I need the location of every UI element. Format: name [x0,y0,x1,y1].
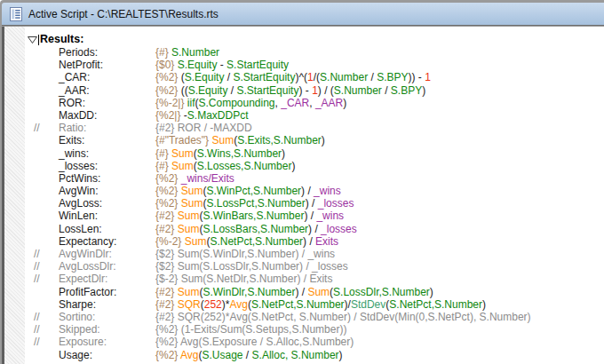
token-expr: S.Equity [188,84,228,97]
code-line-ror[interactable]: ROR:{%-2|} iif(S.Compounding, _CAR, _AAR… [25,97,604,109]
token-expr: S.MaxDDPct [187,109,249,122]
code-label: Sortino: [59,311,155,323]
token-op: ) / [301,185,314,197]
code-label: AvgLoss: [59,197,155,210]
code-expression: {#2} SQR(252)*Avg(S.NetPct, S.Number) / … [155,311,604,323]
comment-marker: // [25,260,59,273]
token-fn: Sum [171,147,194,160]
code-line-car[interactable]: _CAR:{%2} (S.Equity / S.StartEquity)^(1/… [25,71,604,83]
token-expr: S.StartEquity [233,71,295,83]
code-line-usage[interactable]: Usage:{%2} Avg(S.Usage / S.Alloc, S.Numb… [25,349,604,361]
comment-marker [25,298,59,311]
script-code-area[interactable]: Results: Periods:{#} S.NumberNetProfit:{… [25,27,604,364]
token-fn: Sum [185,235,207,248]
code-line-netprofit[interactable]: NetProfit:{$0} S.Equity - S.StartEquity [25,59,604,71]
code-label: AvgWin: [59,185,155,197]
editor-content[interactable]: Results: Periods:{#} S.NumberNetProfit:{… [2,27,604,364]
token-fmt: {%2} [155,197,181,210]
token-fmt: {%2|} [155,109,184,122]
token-fmt: {$0} [155,59,178,71]
comment-marker [25,147,59,160]
code-line-pctwins[interactable]: PctWins:{%2} _wins/Exits [25,172,604,185]
token-expr: S.Number [334,84,382,97]
code-line-maxdd[interactable]: MaxDD:{%2|} -S.MaxDDPct [25,109,604,122]
token-op: /( [314,71,320,83]
comment-marker [25,59,59,71]
token-expr: S.LossDlr,S.Number [333,286,430,298]
code-line-losslen[interactable]: LossLen:{#2} Sum(S.LossBars,S.Number) / … [25,223,604,235]
code-line-avgwin[interactable]: AvgWin:{%2} Sum(S.WinPct,S.Number) / _wi… [25,185,604,197]
token-fn: Sum [307,286,330,298]
token-expr: S.Equity [178,59,218,71]
token-op: ) [430,286,433,298]
token-comment: {#2} ROR / -MAXDD [155,122,252,134]
code-label: Expectancy: [59,235,155,248]
token-expr: S.Number [291,349,339,361]
token-op: ) [422,84,425,97]
comment-marker: // [25,122,59,134]
code-line-periods[interactable]: Periods:{#} S.Number [25,46,604,59]
titlebar[interactable]: Active Script - C:\REALTEST\Results.rts [2,3,604,26]
active-script-window: Active Script - C:\REALTEST\Results.rts … [0,0,604,364]
token-fmt: {#} [155,160,171,172]
code-expression: {#2} ROR / -MAXDD [155,122,604,134]
code-line-expectancy[interactable]: Expectancy:{%-2} Sum(S.NetPct,S.Number) … [25,235,604,248]
code-label: ProfitFactor: [59,286,155,298]
token-expr: S.Exits,S.Number [237,134,322,146]
token-op: ) [482,298,486,311]
code-line-expectdlr[interactable]: //ExpectDlr:{$-2} Sum(S.NetDlr,S.Number)… [25,273,604,285]
token-op: ) [322,134,325,146]
token-op: / [227,84,236,97]
editor-gutter [4,27,25,364]
token-op: / [368,71,377,83]
token-op: ) [339,349,343,361]
code-line-sharpe[interactable]: Sharpe:{#2} SQR(252)*Avg(S.NetPct,S.Numb… [25,298,604,311]
token-var: _losses [321,223,357,235]
comment-marker [25,160,59,172]
token-expr: S.NetPct,S.Number [210,235,303,248]
code-line-losses[interactable]: _losses:{#} Sum(S.Losses,S.Number) [25,160,604,172]
token-expr: S.NetPct,S.Number [389,298,482,311]
code-line-avgwindlr[interactable]: //AvgWinDlr:{$2} Sum(S.WinDlr,S.Number) … [25,248,604,260]
token-expr: S.BPY [391,84,422,97]
token-op: / [224,71,233,83]
code-expression: {#2} Sum(S.WinBars,S.Number) / _wins [155,210,604,222]
code-line-wins[interactable]: _wins:{#} Sum(S.Wins,S.Number) [25,147,604,160]
comment-marker [25,172,59,185]
code-line-exits[interactable]: Exits:{#"Trades"} Sum(S.Exits,S.Number) [25,134,604,146]
code-line-skipped[interactable]: //Skipped:{%2} (1-Exits/Sum(S.Setups,S.N… [25,323,604,336]
token-fn: Avg [180,349,198,361]
token-num: 1 [312,84,318,97]
token-expr: S.Usage [203,349,243,361]
results-header-line[interactable]: Results: [25,33,604,46]
token-var: _wins [316,210,344,222]
token-expr: S.WinBars,S.Number [203,210,304,222]
code-expression: {$-2} Sum(S.NetDlr,S.Number) / Exits [155,273,604,285]
token-fn: Sum [178,286,200,298]
code-line-sortino[interactable]: //Sortino:{#2} SQR(252)*Avg(S.NetPct, S.… [25,311,604,323]
token-fmt: {#2} [155,298,178,311]
text-caret [38,35,39,45]
comment-marker [25,134,59,146]
code-label: Sharpe: [59,298,155,311]
code-line-winlen[interactable]: WinLen:{#2} Sum(S.WinBars,S.Number) / _w… [25,210,604,222]
code-line-ratio[interactable]: //Ratio:{#2} ROR / -MAXDD [25,122,604,134]
token-expr: S.Number [320,71,368,83]
code-line-avglossdlr[interactable]: //AvgLossDlr:{$2} Sum(S.LossDlr,S.Number… [25,260,604,273]
code-label: ROR: [59,97,155,109]
token-var: _CAR [281,97,309,109]
code-label: Exits: [59,134,155,146]
code-line-profitfactor[interactable]: ProfitFactor:{#2} Sum(S.WinDlr,S.Number)… [25,286,604,298]
code-line-exposure[interactable]: //Exposure:{%2} Avg(S.Exposure / S.Alloc… [25,336,604,348]
code-expression: {%-2} Sum(S.NetPct,S.Number) / Exits [155,235,604,248]
collapse-triangle-icon[interactable] [28,36,38,44]
token-op: ) / ( [318,84,334,97]
token-op: ) / [304,210,316,222]
code-label: _wins: [59,147,155,160]
token-fmt: {%2} [155,84,181,97]
token-num: 252 [204,298,222,311]
token-fmt: {#2} [155,286,178,298]
code-line-avgloss[interactable]: AvgLoss:{%2} Sum(S.LossPct,S.Number) / _… [25,197,604,210]
token-comment: {$2} Sum(S.LossDlr,S.Number) / _losses [155,260,348,273]
code-line-aar[interactable]: _AAR:{%2} ((S.Equity / S.StartEquity) - … [25,84,604,97]
